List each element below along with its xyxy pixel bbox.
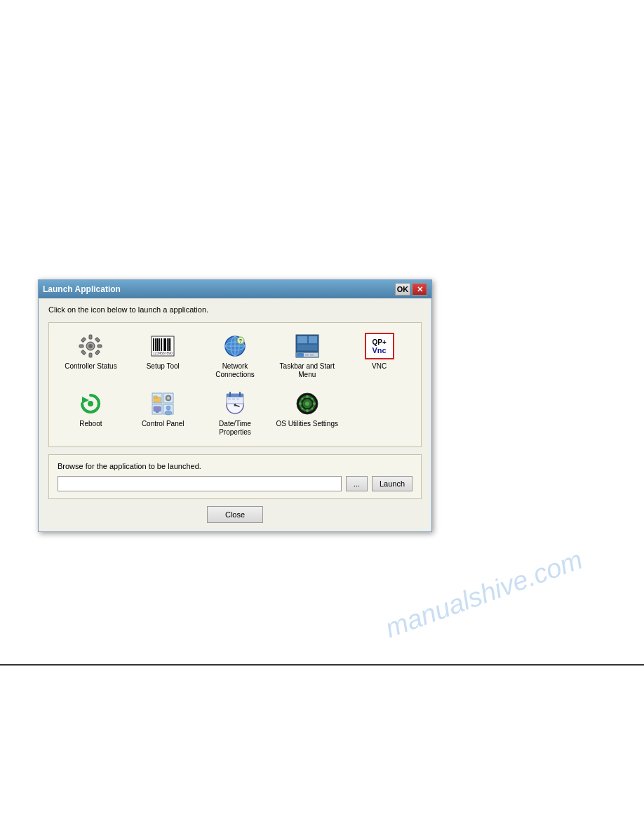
dialog-instruction: Click on the icon below to launch a appl… bbox=[48, 305, 422, 314]
svg-rect-60 bbox=[228, 398, 231, 400]
launch-application-dialog: Launch Application OK ✕ Click on the ico… bbox=[38, 279, 432, 532]
svg-point-70 bbox=[299, 402, 302, 405]
reboot-icon bbox=[76, 390, 105, 417]
svg-rect-14 bbox=[156, 338, 159, 351]
svg-rect-48 bbox=[154, 406, 161, 411]
svg-rect-13 bbox=[155, 338, 156, 351]
app-os-utilities[interactable]: OS Utilities Settings bbox=[272, 388, 342, 439]
svg-rect-33 bbox=[297, 345, 317, 350]
svg-point-55 bbox=[234, 404, 236, 406]
svg-rect-4 bbox=[98, 345, 102, 348]
svg-point-39 bbox=[88, 401, 93, 406]
browse-button[interactable]: ... bbox=[346, 476, 368, 491]
svg-rect-3 bbox=[79, 345, 83, 348]
svg-text:?: ? bbox=[239, 338, 242, 343]
svg-point-68 bbox=[306, 395, 309, 398]
network-connections-icon: ? bbox=[220, 333, 250, 359]
setup-tool-icon: 1234567890 bbox=[148, 333, 177, 359]
svg-rect-31 bbox=[297, 336, 307, 343]
svg-rect-35 bbox=[297, 353, 304, 357]
network-connections-label: Network Connections bbox=[203, 362, 267, 379]
app-datetime-properties[interactable]: Date/Time Properties bbox=[201, 388, 270, 439]
browse-input[interactable] bbox=[58, 476, 342, 491]
svg-point-69 bbox=[306, 409, 309, 412]
browse-section: Browse for the application to be launche… bbox=[48, 454, 422, 499]
svg-rect-16 bbox=[161, 338, 162, 351]
window-close-button[interactable]: ✕ bbox=[412, 283, 427, 296]
svg-point-51 bbox=[165, 411, 172, 415]
svg-rect-7 bbox=[81, 350, 86, 355]
svg-rect-1 bbox=[89, 335, 92, 339]
dialog-title: Launch Application bbox=[43, 284, 121, 294]
svg-point-75 bbox=[311, 408, 313, 410]
svg-rect-15 bbox=[159, 338, 160, 351]
setup-tool-label: Setup Tool bbox=[147, 362, 180, 371]
svg-point-50 bbox=[166, 406, 170, 410]
svg-rect-61 bbox=[232, 398, 235, 400]
svg-point-47 bbox=[167, 397, 170, 399]
svg-point-73 bbox=[311, 398, 313, 400]
svg-point-10 bbox=[88, 344, 93, 348]
taskbar-start-menu-label: Taskbar and Start Menu bbox=[275, 362, 339, 379]
dialog-content: Click on the icon below to launch a appl… bbox=[39, 298, 431, 531]
datetime-properties-icon bbox=[220, 390, 250, 417]
close-button[interactable]: Close bbox=[207, 506, 263, 523]
svg-rect-21 bbox=[170, 338, 171, 351]
svg-rect-17 bbox=[163, 338, 163, 351]
app-vnc[interactable]: QP+ Vnc VNC bbox=[344, 330, 414, 382]
browse-row: ... Launch bbox=[58, 476, 412, 491]
apps-section: Controller Status bbox=[48, 322, 422, 447]
os-utilities-icon bbox=[293, 390, 322, 417]
svg-rect-20 bbox=[168, 338, 170, 351]
svg-rect-57 bbox=[227, 394, 243, 397]
svg-rect-18 bbox=[164, 338, 166, 351]
browse-label: Browse for the application to be launche… bbox=[58, 462, 412, 470]
svg-rect-62 bbox=[236, 398, 239, 400]
controller-status-icon bbox=[76, 333, 105, 359]
close-row: Close bbox=[48, 506, 422, 523]
watermark: manualshive.com bbox=[382, 545, 587, 644]
svg-rect-49 bbox=[156, 411, 159, 413]
app-control-panel[interactable]: Control Panel bbox=[128, 388, 198, 439]
bottom-rule bbox=[0, 664, 644, 666]
svg-rect-36 bbox=[305, 354, 309, 356]
reboot-label: Reboot bbox=[79, 420, 102, 428]
svg-point-71 bbox=[313, 402, 316, 405]
svg-rect-8 bbox=[95, 350, 100, 355]
svg-rect-6 bbox=[95, 337, 100, 342]
ok-button[interactable]: OK bbox=[395, 283, 410, 296]
title-bar-buttons: OK ✕ bbox=[395, 283, 427, 296]
datetime-properties-label: Date/Time Properties bbox=[203, 420, 267, 437]
app-taskbar-start-menu[interactable]: Taskbar and Start Menu bbox=[272, 330, 342, 382]
svg-point-67 bbox=[305, 402, 309, 406]
os-utilities-label: OS Utilities Settings bbox=[276, 420, 338, 428]
control-panel-icon bbox=[148, 390, 177, 417]
app-controller-status[interactable]: Controller Status bbox=[56, 330, 126, 382]
svg-rect-2 bbox=[89, 353, 92, 357]
taskbar-start-menu-icon bbox=[293, 333, 322, 359]
controller-status-label: Controller Status bbox=[65, 362, 116, 371]
svg-point-74 bbox=[301, 408, 303, 410]
app-setup-tool[interactable]: 1234567890 Setup Tool bbox=[128, 330, 198, 382]
svg-rect-37 bbox=[310, 354, 314, 356]
svg-rect-32 bbox=[309, 336, 317, 343]
app-network-connections[interactable]: ? Network Connections bbox=[201, 330, 270, 382]
svg-point-72 bbox=[301, 398, 303, 400]
svg-rect-19 bbox=[167, 338, 168, 351]
icons-grid: Controller Status bbox=[56, 330, 414, 439]
svg-rect-45 bbox=[154, 396, 157, 398]
control-panel-label: Control Panel bbox=[142, 420, 185, 428]
svg-rect-12 bbox=[153, 338, 154, 351]
app-reboot[interactable]: Reboot bbox=[56, 388, 126, 439]
vnc-icon: QP+ Vnc bbox=[365, 333, 394, 359]
launch-button[interactable]: Launch bbox=[372, 476, 412, 491]
title-bar: Launch Application OK ✕ bbox=[39, 280, 431, 298]
svg-text:1234567890: 1234567890 bbox=[153, 351, 173, 355]
svg-rect-5 bbox=[81, 337, 86, 342]
vnc-label: VNC bbox=[372, 362, 387, 371]
